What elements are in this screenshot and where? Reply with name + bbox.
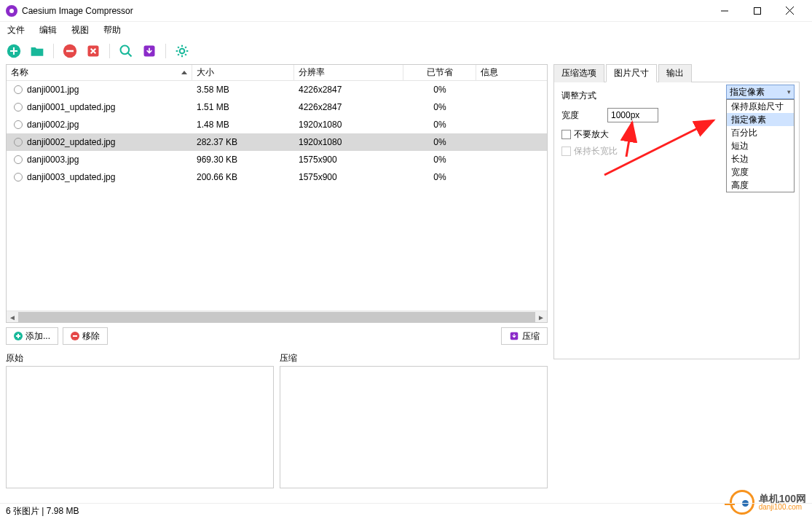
svg-rect-12 <box>73 335 77 337</box>
scroll-right-icon[interactable]: ► <box>535 311 547 323</box>
col-res[interactable]: 分辨率 <box>294 65 403 80</box>
svg-rect-1 <box>754 7 760 14</box>
tab-output[interactable]: 输出 <box>658 64 692 82</box>
compress-button[interactable]: 压缩 <box>501 327 548 345</box>
dropdown-option[interactable]: 指定像素 <box>727 113 794 126</box>
svg-line-9 <box>128 53 132 57</box>
scroll-left-icon[interactable]: ◄ <box>7 311 18 323</box>
watermark-text1: 单机100网 <box>759 493 806 504</box>
file-icon <box>14 138 23 147</box>
table-row[interactable]: danji0001_updated.jpg1.51 MB4226x28470% <box>7 98 547 116</box>
app-logo-icon <box>6 5 17 17</box>
width-input[interactable] <box>607 108 658 122</box>
menu-help[interactable]: 帮助 <box>100 23 124 38</box>
table-row[interactable]: danji0001.jpg3.58 MB4226x28470% <box>7 81 547 98</box>
dropdown-option[interactable]: 长边 <box>727 152 794 165</box>
scroll-thumb[interactable] <box>18 312 535 322</box>
col-saved[interactable]: 已节省 <box>403 65 476 80</box>
titlebar: Caesium Image Compressor <box>0 0 812 22</box>
mode-label: 调整方式 <box>561 90 602 102</box>
menubar: 文件 编辑 视图 帮助 <box>0 22 812 38</box>
tab-resize[interactable]: 图片尺寸 <box>606 64 657 82</box>
tab-compress[interactable]: 压缩选项 <box>553 64 604 82</box>
toolbar-divider <box>165 44 166 58</box>
settings-icon[interactable] <box>174 43 190 59</box>
file-icon <box>14 85 23 94</box>
col-name[interactable]: 名称 <box>7 65 192 80</box>
dropdown-option[interactable]: 百分比 <box>727 126 794 139</box>
svg-point-11 <box>180 49 185 54</box>
toolbar <box>0 38 812 64</box>
menu-edit[interactable]: 编辑 <box>36 23 60 38</box>
col-size[interactable]: 大小 <box>192 65 294 80</box>
preview-orig-box <box>6 366 274 488</box>
status-bar: 6 张图片 | 7.98 MB <box>0 503 812 519</box>
width-label: 宽度 <box>561 109 602 122</box>
menu-file[interactable]: 文件 <box>4 23 28 38</box>
horizontal-scrollbar[interactable]: ◄ ► <box>7 311 547 322</box>
dropdown-option[interactable]: 宽度 <box>727 165 794 179</box>
minimize-button[interactable] <box>708 1 741 21</box>
maximize-button[interactable] <box>741 1 773 21</box>
menu-view[interactable]: 视图 <box>68 23 92 38</box>
file-icon <box>14 103 23 112</box>
table-row[interactable]: danji0003.jpg969.30 KB1575x9000% <box>7 151 547 168</box>
compress-icon[interactable] <box>141 43 157 59</box>
side-tabs: 压缩选项 图片尺寸 输出 <box>553 64 800 82</box>
mode-dropdown[interactable]: 指定像素▾ 保持原始尺寸指定像素百分比短边长边宽度高度 <box>726 85 795 192</box>
file-icon <box>14 155 23 164</box>
svg-point-8 <box>121 46 130 55</box>
table-row[interactable]: danji0003_updated.jpg200.66 KB1575x9000% <box>7 168 547 186</box>
window-title: Caesium Image Compressor <box>22 6 708 16</box>
close-button[interactable] <box>773 1 806 21</box>
dropdown-option[interactable]: 高度 <box>727 179 794 192</box>
dropdown-options: 保持原始尺寸指定像素百分比短边长边宽度高度 <box>726 99 795 192</box>
table-row[interactable]: danji0002.jpg1.48 MB1920x10800% <box>7 116 547 133</box>
toolbar-divider <box>109 44 110 58</box>
preview-comp-box <box>280 366 548 488</box>
dropdown-option[interactable]: 短边 <box>727 139 794 152</box>
resize-panel: 调整方式 宽度 不要放大 保持长宽比 指定像素▾ 保持原始尺寸指定像素百分比短边… <box>553 82 800 359</box>
table-header: 名称 大小 分辨率 已节省 信息 <box>7 65 547 81</box>
col-info[interactable]: 信息 <box>476 65 547 80</box>
add-folder-icon[interactable] <box>29 43 45 59</box>
file-icon <box>14 173 23 182</box>
table-row[interactable]: danji0002_updated.jpg282.37 KB1920x10800… <box>7 133 547 151</box>
preview-comp-label: 压缩 <box>280 351 548 366</box>
search-icon[interactable] <box>118 43 134 59</box>
file-table: 名称 大小 分辨率 已节省 信息 danji0001.jpg3.58 MB422… <box>6 64 548 323</box>
dropdown-option[interactable]: 保持原始尺寸 <box>727 100 794 113</box>
clear-icon[interactable] <box>85 43 101 59</box>
chevron-down-icon: ▾ <box>787 88 791 95</box>
remove-icon[interactable] <box>62 43 78 59</box>
svg-rect-6 <box>66 50 74 52</box>
preview-orig-label: 原始 <box>6 351 274 366</box>
add-file-icon[interactable] <box>6 43 22 59</box>
add-button[interactable]: 添加... <box>6 327 58 345</box>
dropdown-selected[interactable]: 指定像素▾ <box>726 85 795 99</box>
remove-button[interactable]: 移除 <box>63 327 108 345</box>
file-icon <box>14 120 23 129</box>
toolbar-divider <box>53 44 54 58</box>
